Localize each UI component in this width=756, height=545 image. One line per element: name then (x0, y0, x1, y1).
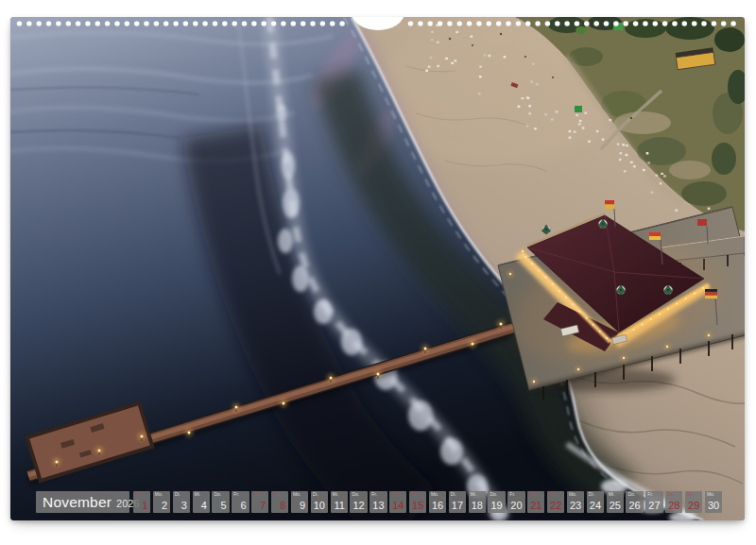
calendar-page: November 2026 So.1Mo.2Di.3Mi.4Do.5Fr.6Sa… (10, 17, 745, 520)
day-number: 11 (334, 501, 344, 511)
day-number: 21 (530, 501, 541, 511)
calendar-day-cell: Sa.14 (389, 491, 406, 513)
day-number: 30 (708, 501, 719, 511)
weekday-label: Mi. (195, 492, 201, 497)
weekday-label: So. (273, 492, 281, 497)
weekday-label: Di. (175, 492, 180, 497)
calendar-day-cell: Do.12 (350, 491, 367, 513)
weekday-label: Mi. (333, 492, 339, 497)
weekday-label: Do. (214, 492, 221, 497)
weekday-label: Fr. (233, 492, 239, 497)
day-number: 8 (280, 501, 285, 511)
day-number: 3 (181, 501, 187, 511)
day-number: 6 (240, 501, 246, 511)
day-number: 29 (688, 501, 699, 511)
day-number: 20 (510, 501, 522, 511)
calendar-day-cell: Fr.13 (369, 491, 387, 513)
calendar-day-cell: Mo.23 (567, 491, 584, 513)
day-number: 4 (201, 501, 207, 511)
weekday-label: Di. (451, 492, 456, 497)
weekday-label: Mo. (155, 492, 163, 497)
calendar-day-cell: Mo.2 (153, 491, 170, 513)
day-number: 9 (300, 501, 305, 511)
weekday-label: Do. (490, 492, 497, 497)
day-number: 12 (352, 501, 364, 511)
day-number: 23 (570, 501, 581, 511)
day-number: 2 (162, 501, 167, 511)
weekday-label: Sa. (667, 492, 675, 497)
calendar-day-cell: Sa.28 (665, 491, 682, 513)
day-number: 26 (629, 501, 641, 511)
calendar-day-cell: Mo.30 (705, 491, 722, 513)
day-number: 24 (590, 501, 601, 511)
calendar-day-cell: Mi.18 (469, 491, 486, 513)
calendar-strip: November 2026 So.1Mo.2Di.3Mi.4Do.5Fr.6Sa… (36, 491, 722, 513)
weekday-label: Sa. (391, 492, 399, 497)
calendar-day-cell: Di.3 (173, 491, 190, 513)
day-cells: So.1Mo.2Di.3Mi.4Do.5Fr.6Sa.7So.8Mo.9Di.1… (133, 491, 722, 513)
calendar-day-cell: So.15 (409, 491, 426, 513)
calendar-day-cell: Sa.21 (527, 491, 544, 513)
day-number: 1 (142, 501, 147, 511)
day-number: 15 (412, 501, 423, 511)
day-number: 28 (668, 501, 679, 511)
weekday-label: Fr. (509, 492, 515, 497)
day-number: 19 (490, 501, 502, 511)
weekday-label: Di. (589, 492, 594, 497)
calendar-day-cell: So.1 (133, 491, 150, 513)
weekday-label: Di. (313, 492, 318, 497)
weekday-label: So. (411, 492, 419, 497)
weekday-label: Sa. (529, 492, 537, 497)
weekday-label: Mo. (431, 492, 438, 497)
calendar-day-cell: Fr.27 (645, 491, 662, 513)
white-backdrop: November 2026 So.1Mo.2Di.3Mi.4Do.5Fr.6Sa… (0, 0, 756, 545)
weekday-label: Sa. (253, 492, 261, 497)
weekday-label: Do. (352, 492, 359, 497)
calendar-day-cell: Mi.4 (193, 491, 210, 513)
day-number: 17 (452, 501, 463, 511)
day-number: 13 (372, 501, 384, 511)
calendar-photo (10, 17, 745, 520)
calendar-day-cell: Di.17 (449, 491, 466, 513)
month-name: November (43, 494, 112, 511)
day-number: 5 (221, 501, 227, 511)
day-number: 7 (260, 501, 266, 511)
day-number: 22 (550, 501, 561, 511)
calendar-day-cell: So.8 (271, 491, 288, 513)
weekday-label: Mi. (471, 492, 477, 497)
weekday-label: Mi. (609, 492, 615, 497)
calendar-day-cell: So.29 (685, 491, 702, 513)
day-number: 14 (392, 501, 404, 511)
weekday-label: So. (549, 492, 557, 497)
calendar-day-cell: Mi.11 (331, 491, 348, 513)
day-number: 25 (610, 501, 621, 511)
calendar-day-cell: Fr.20 (507, 491, 524, 513)
weekday-label: Mo. (707, 492, 714, 497)
day-number: 18 (472, 501, 483, 511)
weekday-label: Do. (627, 492, 635, 497)
weekday-label: Fr. (371, 492, 377, 497)
weekday-label: Mo. (569, 492, 576, 497)
month-label-box: November 2026 (36, 491, 129, 513)
day-number: 27 (648, 501, 660, 511)
calendar-day-cell: Do.5 (212, 491, 229, 513)
calendar-day-cell: Sa.7 (251, 491, 268, 513)
calendar-day-cell: Mi.25 (607, 491, 624, 513)
calendar-day-cell: So.22 (547, 491, 564, 513)
calendar-day-cell: Fr.6 (232, 491, 249, 513)
day-number: 16 (432, 501, 443, 511)
day-number: 10 (314, 501, 325, 511)
calendar-day-cell: Do.26 (626, 491, 643, 513)
calendar-day-cell: Mo.16 (429, 491, 446, 513)
calendar-day-cell: Di.10 (311, 491, 328, 513)
green-bin (575, 106, 582, 112)
calendar-day-cell: Di.24 (587, 491, 604, 513)
calendar-day-cell: Mo.9 (291, 491, 308, 513)
weekday-label: So. (687, 492, 695, 497)
weekday-label: Fr. (647, 492, 653, 497)
weekday-label: Mo. (293, 492, 301, 497)
calendar-day-cell: Do.19 (488, 491, 505, 513)
weekday-label: So. (135, 492, 143, 497)
